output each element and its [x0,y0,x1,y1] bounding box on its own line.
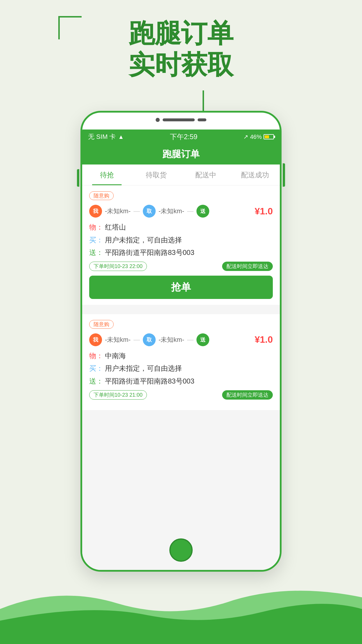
goods-label-1: 物： [89,222,103,232]
goods-row-2: 物： 中南海 [89,351,273,361]
route-row-1: 我 -未知km- — 取 -未知km- — 送 ¥1.0 [89,205,273,218]
me-label-2: 我 [93,336,98,343]
buy-value-2: 用户未指定，可自由选择 [105,363,182,373]
nav-title: 跑腿订单 [162,148,200,161]
pick-label-2: 取 [147,336,152,343]
grab-btn-1[interactable]: 抢单 [89,276,273,299]
order-price-2: ¥1.0 [255,334,273,345]
phone-mockup: 无 SIM 卡 ▲ 下午2:59 ↗ 46% 跑腿订单 待抢 待取货 [80,111,282,586]
delivery-time-1: 配送时间立即送达 [222,262,273,271]
order-card-1: 随意购 我 -未知km- — 取 -未知km- — 送 ¥1.0 [82,186,280,305]
bottom-right-bracket [181,90,204,114]
tab-delivering[interactable]: 配送中 [181,164,231,185]
tab-label-0: 待抢 [100,170,114,180]
send-value-1: 平阳路街道平阳南路83号003 [105,248,194,258]
hero-line2: 实时获取 [0,49,362,80]
buy-label-1: 买： [89,235,103,245]
deliver-icon-2: 送 [196,333,209,346]
tab-bar[interactable]: 待抢 待取货 配送中 配送成功 [82,164,280,186]
carrier-label: 无 SIM 卡 [88,132,116,141]
route-dash-1: — [133,207,140,215]
location-icon: ↗ [243,133,248,140]
me-icon-1: 我 [89,205,102,218]
route-dash-3: — [133,336,140,344]
route-row-2: 我 -未知km- — 取 -未知km- — 送 ¥1.0 [89,333,273,346]
deliver-label-1: 送 [200,208,205,215]
phone-dash [198,118,206,121]
status-right: ↗ 46% [243,133,274,140]
send-label-1: 送： [89,248,103,258]
route-dash-2: — [187,207,194,215]
status-left: 无 SIM 卡 ▲ [88,132,124,141]
send-value-2: 平阳路街道平阳南路83号003 [105,376,194,386]
route-dash-4: — [187,336,194,344]
wifi-icon: ▲ [118,134,124,140]
buy-value-1: 用户未指定，可自由选择 [105,235,182,245]
tab-label-1: 待取货 [146,170,167,180]
distance1-2: -未知km- [105,335,131,344]
order-tag-1: 随意购 [89,191,114,200]
home-button[interactable] [169,538,193,562]
order-price-1: ¥1.0 [255,206,273,217]
buy-row-1: 买： 用户未指定，可自由选择 [89,235,273,245]
distance2-2: -未知km- [159,335,184,344]
tab-label-2: 配送中 [195,170,216,180]
camera-dot [156,118,160,122]
order-time-2: 下单时间10-23 21:00 [89,390,147,400]
content-area: 随意购 我 -未知km- — 取 -未知km- — 送 ¥1.0 [82,186,280,570]
me-icon-2: 我 [89,333,102,346]
buy-label-2: 买： [89,363,103,373]
status-bar: 无 SIM 卡 ▲ 下午2:59 ↗ 46% [82,130,280,144]
buy-row-2: 买： 用户未指定，可自由选择 [89,363,273,373]
pick-icon-1: 取 [143,205,156,218]
hero-text-container: 跑腿订单 实时获取 [0,18,362,80]
tab-waiting-pickup[interactable]: 待取货 [132,164,181,185]
phone-side-button-left [77,169,79,187]
battery-icon [263,134,274,139]
distance2-1: -未知km- [159,207,184,216]
time-row-2: 下单时间10-23 21:00 配送时间立即送达 [89,390,273,400]
order-card-2: 随意购 我 -未知km- — 取 -未知km- — 送 ¥1.0 [82,314,280,410]
order-time-1: 下单时间10-23 22:00 [89,262,147,271]
hero-line1: 跑腿订单 [0,18,362,49]
tab-delivered[interactable]: 配送成功 [231,164,280,185]
phone-screen: 无 SIM 卡 ▲ 下午2:59 ↗ 46% 跑腿订单 待抢 待取货 [80,111,282,572]
goods-label-2: 物： [89,351,103,361]
order-tag-2: 随意购 [89,320,114,329]
phone-camera-area [156,118,206,122]
goods-value-1: 红塔山 [105,222,126,232]
battery-fill [265,135,269,138]
send-label-2: 送： [89,376,103,386]
phone-side-button-right [283,163,285,187]
status-time: 下午2:59 [170,132,198,141]
tab-waiting-grab[interactable]: 待抢 [82,164,132,185]
deliver-label-2: 送 [200,336,205,343]
time-row-1: 下单时间10-23 22:00 配送时间立即送达 [89,262,273,271]
send-row-1: 送： 平阳路街道平阳南路83号003 [89,248,273,258]
delivery-time-2: 配送时间立即送达 [222,390,273,400]
pick-icon-2: 取 [143,333,156,346]
bottom-wave [0,586,362,644]
send-row-2: 送： 平阳路街道平阳南路83号003 [89,376,273,386]
goods-value-2: 中南海 [105,351,126,361]
distance1-1: -未知km- [105,207,131,216]
phone-speaker [163,118,195,121]
battery-percent: 46% [250,134,262,140]
goods-row-1: 物： 红塔山 [89,222,273,232]
card-divider [82,309,280,314]
tab-label-3: 配送成功 [241,170,269,180]
deliver-icon-1: 送 [196,205,209,218]
pick-label-1: 取 [147,208,152,215]
me-label-1: 我 [93,208,98,215]
nav-bar: 跑腿订单 [82,144,280,164]
